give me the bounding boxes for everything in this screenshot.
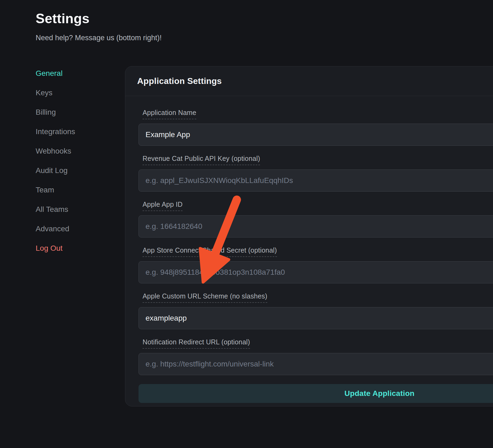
card-title: Application Settings: [137, 76, 222, 86]
input-notification-redirect-url-optional[interactable]: [139, 353, 493, 375]
sidebar-item-general[interactable]: General: [36, 69, 75, 77]
settings-sidebar: GeneralKeysBillingIntegrationsWebhooksAu…: [36, 69, 75, 264]
input-revenue-cat-public-api-key-optional[interactable]: [139, 169, 493, 192]
field-row-notification-redirect-url-optional: Notification Redirect URL (optional): [139, 338, 493, 375]
input-apple-custom-url-scheme-no-slashes[interactable]: [139, 307, 493, 329]
field-label-apple-custom-url-scheme-no-slashes: Apple Custom URL Scheme (no slashes): [143, 292, 267, 303]
field-row-apple-custom-url-scheme-no-slashes: Apple Custom URL Scheme (no slashes): [139, 292, 493, 329]
field-label-app-store-connect-shared-secret-optional: App Store Connect Shared Secret (optiona…: [143, 246, 277, 257]
field-row-application-name: Application Name: [139, 109, 493, 146]
card-header: Application Settings: [125, 66, 493, 96]
sidebar-item-billing[interactable]: Billing: [36, 108, 75, 116]
sidebar-item-log-out[interactable]: Log Out: [36, 244, 75, 252]
page-title: Settings: [36, 11, 90, 26]
card-body: Application NameRevenue Cat Public API K…: [125, 96, 493, 403]
input-application-name[interactable]: [139, 124, 493, 146]
sidebar-item-audit-log[interactable]: Audit Log: [36, 167, 75, 175]
input-apple-app-id[interactable]: [139, 215, 493, 237]
field-label-apple-app-id: Apple App ID: [143, 201, 183, 211]
sidebar-item-advanced[interactable]: Advanced: [36, 225, 75, 233]
field-row-revenue-cat-public-api-key-optional: Revenue Cat Public API Key (optional): [139, 155, 493, 192]
field-row-apple-app-id: Apple App ID: [139, 201, 493, 237]
field-label-revenue-cat-public-api-key-optional: Revenue Cat Public API Key (optional): [143, 155, 260, 165]
sidebar-item-webhooks[interactable]: Webhooks: [36, 147, 75, 155]
sidebar-item-all-teams[interactable]: All Teams: [36, 205, 75, 213]
sidebar-item-team[interactable]: Team: [36, 186, 75, 194]
page-subtitle: Need help? Message us (bottom right)!: [36, 34, 162, 42]
sidebar-item-integrations[interactable]: Integrations: [36, 128, 75, 136]
sidebar-item-keys[interactable]: Keys: [36, 89, 75, 97]
field-label-application-name: Application Name: [143, 109, 196, 119]
update-application-button[interactable]: Update Application: [139, 384, 493, 403]
field-label-notification-redirect-url-optional: Notification Redirect URL (optional): [143, 338, 250, 349]
field-row-app-store-connect-shared-secret-optional: App Store Connect Shared Secret (optiona…: [139, 246, 493, 283]
application-settings-card: Application Settings Application NameRev…: [125, 66, 493, 406]
input-app-store-connect-shared-secret-optional[interactable]: [139, 261, 493, 283]
